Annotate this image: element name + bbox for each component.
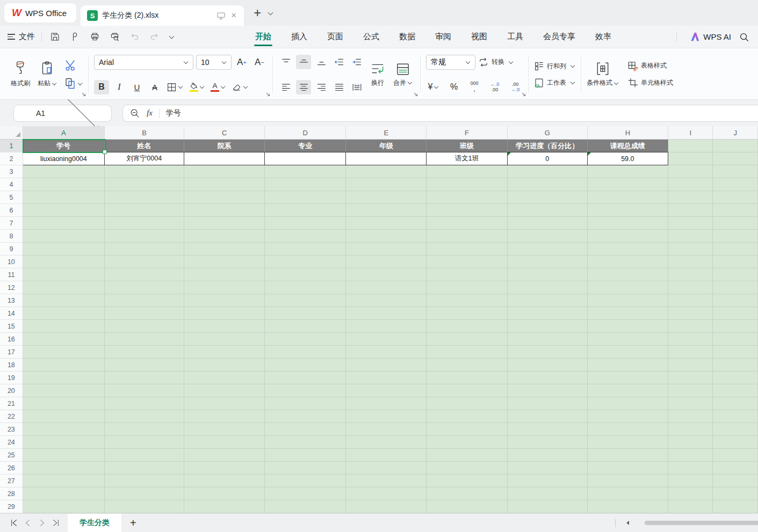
- cell-G23[interactable]: [508, 423, 588, 436]
- cell-C14[interactable]: [184, 307, 265, 320]
- row-header-9[interactable]: 9: [0, 243, 23, 256]
- copy-button[interactable]: [64, 77, 83, 90]
- cell-I11[interactable]: [668, 268, 713, 281]
- quick-access-chevron-icon[interactable]: [169, 34, 175, 39]
- cell-A20[interactable]: [23, 384, 105, 397]
- cell-A25[interactable]: [23, 449, 105, 462]
- column-header-I[interactable]: I: [668, 126, 713, 140]
- new-tab-icon[interactable]: +: [254, 5, 261, 20]
- row-header-22[interactable]: 22: [0, 410, 23, 423]
- cell-I26[interactable]: [668, 462, 713, 475]
- row-header-14[interactable]: 14: [0, 307, 23, 320]
- increase-font-button[interactable]: A+: [234, 55, 249, 69]
- row-header-24[interactable]: 24: [0, 436, 23, 449]
- column-header-F[interactable]: F: [427, 126, 507, 140]
- cell-C11[interactable]: [184, 268, 265, 281]
- cell-C5[interactable]: [184, 191, 265, 204]
- cell-F20[interactable]: [427, 384, 507, 397]
- cell-E23[interactable]: [346, 423, 427, 436]
- cell-B4[interactable]: [105, 178, 184, 191]
- cell-B17[interactable]: [105, 346, 184, 359]
- column-header-D[interactable]: D: [265, 126, 346, 140]
- table-style-button[interactable]: 表格样式: [627, 61, 673, 71]
- cell-style-button[interactable]: 单元格样式: [627, 77, 673, 88]
- cell-I28[interactable]: [668, 487, 713, 500]
- cell-F25[interactable]: [427, 449, 507, 462]
- cell-E8[interactable]: [346, 230, 427, 243]
- cell-I17[interactable]: [668, 346, 713, 359]
- cell-J15[interactable]: [713, 320, 758, 333]
- document-tab[interactable]: S 学生分类 (2).xlsx ×: [81, 5, 244, 26]
- cell-H25[interactable]: [588, 449, 668, 462]
- column-header-H[interactable]: H: [588, 126, 668, 140]
- next-sheet-icon[interactable]: [38, 519, 46, 527]
- underline-button[interactable]: U: [129, 80, 145, 94]
- cell-I20[interactable]: [668, 384, 713, 397]
- cell-B13[interactable]: [105, 294, 184, 307]
- cell-G19[interactable]: [508, 371, 588, 384]
- tab-page[interactable]: 页面: [327, 27, 343, 47]
- cut-button[interactable]: [64, 59, 83, 72]
- cell-F17[interactable]: [427, 346, 507, 359]
- cell-I29[interactable]: [668, 500, 713, 513]
- cell-B16[interactable]: [105, 333, 184, 346]
- align-bottom-button[interactable]: [314, 55, 329, 69]
- close-icon[interactable]: ×: [230, 10, 237, 21]
- increase-decimal-button[interactable]: .00→.0: [508, 80, 523, 94]
- cell-F5[interactable]: [427, 191, 507, 204]
- cell-B6[interactable]: [105, 204, 184, 217]
- cell-B21[interactable]: [105, 397, 184, 410]
- cell-J5[interactable]: [713, 191, 758, 204]
- cell-H23[interactable]: [588, 423, 668, 436]
- cell-G13[interactable]: [508, 294, 588, 307]
- cell-A29[interactable]: [23, 500, 105, 513]
- cell-B10[interactable]: [105, 256, 184, 268]
- cell-I27[interactable]: [668, 475, 713, 487]
- cell-A18[interactable]: [23, 359, 105, 371]
- cell-J8[interactable]: [713, 230, 758, 243]
- cell-D11[interactable]: [265, 268, 346, 281]
- cell-D17[interactable]: [265, 346, 346, 359]
- cell-B11[interactable]: [105, 268, 184, 281]
- print-preview-icon[interactable]: [108, 31, 121, 43]
- cell-G22[interactable]: [508, 410, 588, 423]
- cell-G14[interactable]: [508, 307, 588, 320]
- cell-G21[interactable]: [508, 397, 588, 410]
- cell-G7[interactable]: [508, 217, 588, 230]
- cell-H3[interactable]: [588, 165, 668, 178]
- cell-D12[interactable]: [265, 281, 346, 294]
- prev-sheet-icon[interactable]: [24, 519, 32, 527]
- cell-A17[interactable]: [23, 346, 105, 359]
- cell-J16[interactable]: [713, 333, 758, 346]
- cell-I9[interactable]: [668, 243, 713, 256]
- tab-insert[interactable]: 插入: [291, 27, 307, 47]
- row-header-23[interactable]: 23: [0, 423, 23, 436]
- cell-C6[interactable]: [184, 204, 265, 217]
- cell-G17[interactable]: [508, 346, 588, 359]
- font-size-select[interactable]: 10: [196, 55, 232, 70]
- cell-I15[interactable]: [668, 320, 713, 333]
- bold-button[interactable]: B: [94, 80, 109, 94]
- conditional-format-button[interactable]: 条件格式: [587, 61, 619, 88]
- row-header-11[interactable]: 11: [0, 268, 23, 281]
- cell-J28[interactable]: [713, 487, 758, 500]
- cell-F14[interactable]: [427, 307, 507, 320]
- cell-D28[interactable]: [265, 487, 346, 500]
- cell-J10[interactable]: [713, 256, 758, 268]
- cell-C23[interactable]: [184, 423, 265, 436]
- cell-D5[interactable]: [265, 191, 346, 204]
- cell-E3[interactable]: [346, 165, 427, 178]
- wps-ai-button[interactable]: WPS AI: [690, 32, 731, 41]
- cell-C3[interactable]: [184, 165, 265, 178]
- cell-G4[interactable]: [508, 178, 588, 191]
- cell-G24[interactable]: [508, 436, 588, 449]
- cell-E19[interactable]: [346, 371, 427, 384]
- cell-D19[interactable]: [265, 371, 346, 384]
- number-format-select[interactable]: 常规: [426, 55, 475, 70]
- cell-B15[interactable]: [105, 320, 184, 333]
- cell-C26[interactable]: [184, 462, 265, 475]
- cell-J2[interactable]: [713, 152, 758, 165]
- clear-format-button[interactable]: [230, 80, 250, 94]
- cell-J26[interactable]: [713, 462, 758, 475]
- row-header-29[interactable]: 29: [0, 500, 23, 513]
